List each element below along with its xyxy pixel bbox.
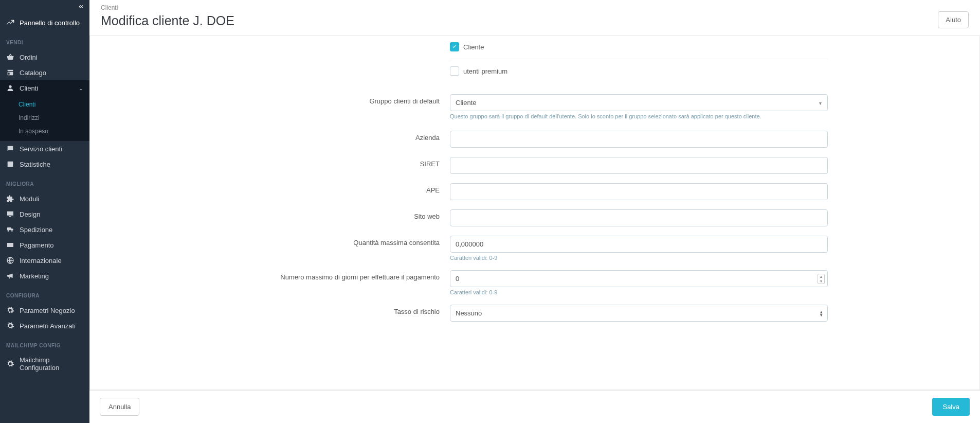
breadcrumb[interactable]: Clienti	[101, 4, 234, 11]
nav-parametri-negozio-label: Parametri Negozio	[20, 307, 75, 314]
nav-marketing[interactable]: Marketing	[0, 268, 89, 284]
label-sito: Sito web	[100, 207, 450, 220]
label-rischio: Tasso di rischio	[100, 303, 450, 315]
select-rischio[interactable]	[450, 305, 828, 322]
nav-section-configura: CONFIGURA	[0, 284, 89, 303]
nav-mailchimp-config[interactable]: Mailchimp Configuration	[0, 352, 89, 375]
basket-icon	[6, 53, 14, 61]
subnav-clienti-sospeso[interactable]: In sospeso	[0, 125, 89, 138]
footer-bar: Annulla Salva	[89, 390, 980, 423]
nav-parametri-avanzati-label: Parametri Avanzati	[20, 322, 76, 330]
gear-icon	[6, 322, 14, 330]
form-panel: Cliente utenti premium Gruppo clienti di…	[89, 36, 980, 390]
nav-servizio[interactable]: Servizio clienti	[0, 141, 89, 156]
label-giorni: Numero massimo di giorni per effettuare …	[100, 268, 450, 281]
label-gruppo-default: Gruppo clienti di default	[100, 92, 450, 105]
puzzle-icon	[6, 195, 14, 203]
step-up-icon[interactable]: ▲	[818, 274, 824, 279]
nav-section-vendi: VENDI	[0, 30, 89, 49]
nav-clienti[interactable]: Clienti ⌃	[0, 80, 89, 96]
number-stepper[interactable]: ▲▼	[818, 274, 825, 284]
nav-dashboard[interactable]: Pannello di controllo	[0, 15, 89, 30]
nav-design-label: Design	[20, 210, 40, 218]
page-title: Modifica cliente J. DOE	[101, 13, 234, 28]
nav-statistiche-label: Statistiche	[20, 161, 50, 168]
checkbox-cliente[interactable]	[450, 42, 459, 51]
checkbox-cliente-row[interactable]: Cliente	[450, 38, 828, 56]
subnav-clienti: Clienti Indirizzi In sospeso	[0, 96, 89, 141]
content: Cliente utenti premium Gruppo clienti di…	[89, 36, 980, 423]
save-button[interactable]: Salva	[932, 398, 970, 416]
nav-pagamento-label: Pagamento	[20, 241, 54, 249]
subnav-clienti-indirizzi[interactable]: Indirizzi	[0, 111, 89, 125]
collapse-sidebar-button[interactable]	[0, 0, 89, 15]
subnav-clienti-clienti[interactable]: Clienti	[0, 98, 89, 111]
svg-point-0	[9, 85, 11, 88]
checkbox-premium-label: utenti premium	[463, 67, 507, 75]
nav-section-migliora: MIGLIORA	[0, 172, 89, 191]
nav-marketing-label: Marketing	[20, 272, 49, 280]
input-qmax[interactable]	[450, 236, 828, 253]
chevron-up-icon: ⌃	[79, 85, 83, 91]
card-icon	[6, 241, 14, 249]
hint-gruppo-default: Questo gruppo sarà il gruppo di default …	[450, 113, 828, 119]
input-sito[interactable]	[450, 209, 828, 226]
nav-clienti-label: Clienti	[20, 84, 38, 92]
monitor-icon	[6, 210, 14, 218]
checkbox-premium[interactable]	[450, 66, 459, 76]
person-icon	[6, 84, 14, 92]
nav-spedizione[interactable]: Spedizione	[0, 222, 89, 237]
nav-parametri-negozio[interactable]: Parametri Negozio	[0, 303, 89, 318]
nav-statistiche[interactable]: Statistiche	[0, 156, 89, 172]
step-down-icon[interactable]: ▼	[818, 279, 824, 284]
label-siret: SIRET	[100, 155, 450, 168]
nav-moduli[interactable]: Moduli	[0, 191, 89, 206]
chat-icon	[6, 145, 14, 153]
nav-parametri-avanzati[interactable]: Parametri Avanzati	[0, 318, 89, 333]
nav-mailchimp-label: Mailchimp Configuration	[20, 356, 83, 372]
input-azienda[interactable]	[450, 131, 828, 148]
nav-ordini-label: Ordini	[20, 54, 38, 61]
sidebar: Pannello di controllo VENDI Ordini Catal…	[0, 0, 89, 423]
nav-spedizione-label: Spedizione	[20, 226, 52, 234]
nav-catalogo[interactable]: Catalogo	[0, 65, 89, 80]
header: Clienti Modifica cliente J. DOE Aiuto	[89, 0, 980, 36]
nav-dashboard-label: Pannello di controllo	[20, 19, 80, 27]
hint-qmax: Caratteri validi: 0-9	[450, 255, 828, 261]
nav-moduli-label: Moduli	[20, 195, 39, 203]
select-gruppo-default[interactable]	[450, 94, 828, 111]
nav-internazionale-label: Internazionale	[20, 257, 62, 265]
hint-giorni: Caratteri validi: 0-9	[450, 289, 828, 295]
nav-internazionale[interactable]: Internazionale	[0, 253, 89, 268]
megaphone-icon	[6, 272, 14, 280]
gear-icon	[6, 306, 14, 314]
nav-design[interactable]: Design	[0, 206, 89, 222]
main: Clienti Modifica cliente J. DOE Aiuto Cl…	[89, 0, 980, 423]
nav-pagamento[interactable]: Pagamento	[0, 237, 89, 253]
label-ape: APE	[100, 181, 450, 194]
nav-section-mailchimp: MAILCHIMP CONFIG	[0, 333, 89, 352]
store-icon	[6, 68, 14, 77]
checkbox-cliente-label: Cliente	[463, 43, 484, 51]
gear-icon	[6, 360, 14, 368]
nav-catalogo-label: Catalogo	[20, 69, 46, 77]
checkbox-premium-row[interactable]: utenti premium	[450, 59, 828, 80]
truck-icon	[6, 225, 14, 234]
input-siret[interactable]	[450, 157, 828, 174]
nav-servizio-label: Servizio clienti	[20, 145, 62, 153]
cancel-button[interactable]: Annulla	[100, 398, 139, 416]
stats-icon	[6, 160, 14, 168]
trending-up-icon	[6, 19, 14, 27]
label-azienda: Azienda	[100, 129, 450, 142]
input-ape[interactable]	[450, 183, 828, 200]
label-qmax: Quantità massima consentita	[100, 234, 450, 246]
help-button[interactable]: Aiuto	[938, 11, 969, 28]
globe-icon	[6, 256, 14, 265]
nav-ordini[interactable]: Ordini	[0, 49, 89, 65]
input-giorni[interactable]	[450, 270, 828, 287]
